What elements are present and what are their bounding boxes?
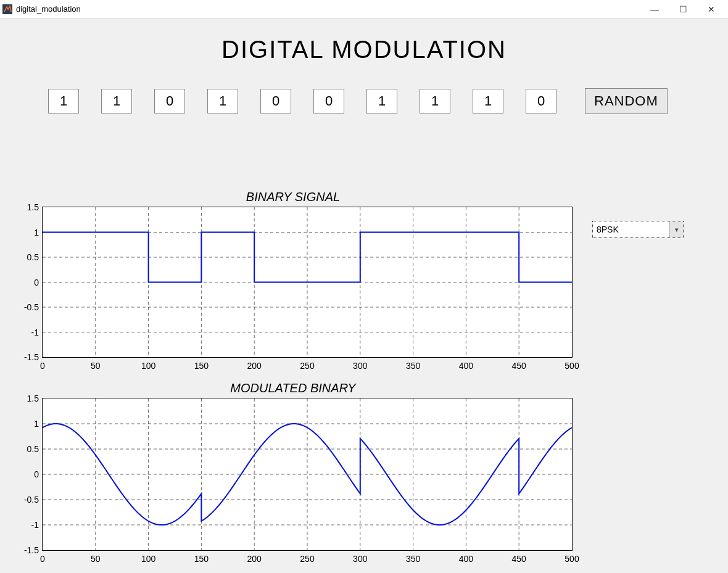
dropdown-selected-label: 8PSK xyxy=(593,225,669,234)
figure-content: DIGITAL MODULATION 1 1 0 1 0 0 1 1 1 0 R… xyxy=(0,36,728,573)
xtick-label: 100 xyxy=(141,361,155,371)
xtick-label: 450 xyxy=(512,361,526,371)
ytick-label: -1 xyxy=(31,328,39,337)
ytick-label: 0.5 xyxy=(27,444,39,454)
xtick-label: 0 xyxy=(40,554,45,564)
ytick-label: 1 xyxy=(34,228,39,237)
bit-input-row: 1 1 0 1 0 0 1 1 1 0 RANDOM xyxy=(0,88,728,114)
bit-input-5[interactable]: 0 xyxy=(313,89,344,113)
ytick-label: 1.5 xyxy=(27,394,39,403)
chart2-wrap: -1.5-1-0.500.511.50501001502002503003504… xyxy=(42,398,573,551)
xtick-label: 250 xyxy=(300,554,314,564)
xtick-label: 500 xyxy=(565,554,579,564)
xtick-label: 200 xyxy=(247,554,262,564)
bit-input-0[interactable]: 1 xyxy=(48,89,79,113)
modulation-dropdown[interactable]: 8PSK ▾ xyxy=(592,221,684,238)
xtick-label: 400 xyxy=(459,554,473,564)
ytick-label: -0.5 xyxy=(24,302,39,312)
xtick-label: 350 xyxy=(406,361,420,371)
xtick-label: 300 xyxy=(353,361,367,371)
close-button[interactable]: ✕ xyxy=(697,0,726,19)
bit-input-9[interactable]: 0 xyxy=(526,89,556,113)
xtick-label: 250 xyxy=(300,361,314,371)
charts-area: BINARY SIGNAL -1.5-1-0.500.511.505010015… xyxy=(6,184,580,551)
ytick-label: 0 xyxy=(34,469,39,479)
ytick-label: -1.5 xyxy=(24,545,39,555)
ytick-label: -1 xyxy=(31,520,39,530)
chart1-title: BINARY SIGNAL xyxy=(6,190,580,204)
xtick-label: 500 xyxy=(565,361,579,371)
ytick-label: 0.5 xyxy=(27,252,39,262)
xtick-label: 400 xyxy=(459,361,473,371)
ytick-label: -1.5 xyxy=(24,352,39,362)
ytick-label: 0 xyxy=(34,278,39,287)
chart2-axes[interactable]: -1.5-1-0.500.511.50501001502002503003504… xyxy=(42,398,573,551)
bit-input-7[interactable]: 1 xyxy=(420,89,450,113)
xtick-label: 150 xyxy=(194,554,209,564)
ytick-label: 1.5 xyxy=(27,202,39,212)
window-title: digital_modulation xyxy=(16,4,81,14)
window-titlebar: digital_modulation — ☐ ✕ xyxy=(0,0,728,19)
page-title: DIGITAL MODULATION xyxy=(0,36,728,64)
xtick-label: 450 xyxy=(512,554,526,564)
xtick-label: 50 xyxy=(91,554,101,564)
bit-input-1[interactable]: 1 xyxy=(101,89,132,113)
chart2-title: MODULATED BINARY xyxy=(6,381,580,395)
bit-input-8[interactable]: 1 xyxy=(473,89,503,113)
xtick-label: 350 xyxy=(406,554,420,564)
minimize-button[interactable]: — xyxy=(640,0,669,19)
bit-input-3[interactable]: 1 xyxy=(207,89,238,113)
modulation-dropdown-wrap: 8PSK ▾ xyxy=(592,221,684,238)
bit-input-2[interactable]: 0 xyxy=(154,89,185,113)
chart1-wrap: -1.5-1-0.500.511.50501001502002503003504… xyxy=(42,207,573,358)
ytick-label: 1 xyxy=(34,419,39,429)
xtick-label: 100 xyxy=(141,554,155,564)
xtick-label: 50 xyxy=(91,361,101,371)
random-button[interactable]: RANDOM xyxy=(585,88,668,114)
matlab-icon xyxy=(2,4,12,14)
ytick-label: -0.5 xyxy=(24,495,39,505)
xtick-label: 200 xyxy=(247,361,262,371)
window-controls: — ☐ ✕ xyxy=(640,0,726,19)
chevron-down-icon: ▾ xyxy=(669,221,683,237)
xtick-label: 150 xyxy=(194,361,209,371)
bit-input-6[interactable]: 1 xyxy=(366,89,397,113)
xtick-label: 300 xyxy=(353,554,367,564)
chart1-axes[interactable]: -1.5-1-0.500.511.50501001502002503003504… xyxy=(42,207,573,358)
xtick-label: 0 xyxy=(40,361,45,371)
maximize-button[interactable]: ☐ xyxy=(669,0,697,19)
bit-input-4[interactable]: 0 xyxy=(260,89,291,113)
